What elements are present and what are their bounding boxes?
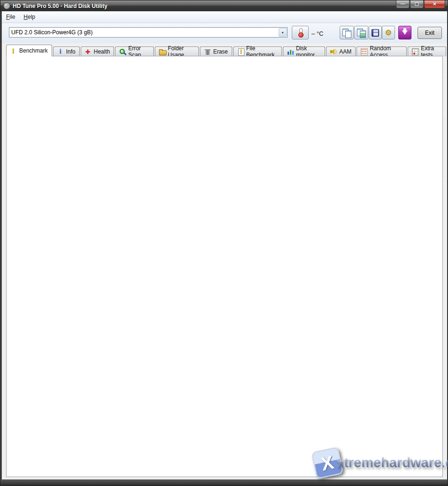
tab-file-benchmark[interactable]: File Benchmark [233,46,282,56]
copy-image-button[interactable] [354,26,368,39]
tab-bar: BenchmarkInfoHealthError ScanFolder Usag… [2,44,447,56]
gear-icon: ⚙ [385,29,392,37]
copy-image-icon [357,29,365,37]
chevron-down-icon[interactable]: ▼ [279,28,287,37]
app-icon [3,2,10,9]
capture-button[interactable] [398,26,411,39]
tab-disk-monitor[interactable]: Disk monitor [283,46,325,56]
minimize-button[interactable]: — [396,0,410,8]
client-area: FileHelp UFD 2.0 Silicon-Power4G (3 gB) … [2,11,447,480]
thermometer-icon [298,28,303,38]
tab-erase[interactable]: Erase [200,46,232,56]
tab-folder-usage[interactable]: Folder Usage [155,46,199,56]
random-access-icon [361,48,368,55]
benchmark-icon [10,47,17,54]
folder-usage-icon [159,48,166,55]
close-button[interactable]: ✕ [424,0,445,8]
aam-icon: ) [330,48,337,55]
down-arrow-icon [402,31,408,35]
extra-tests-icon [412,48,419,55]
disk-monitor-icon [287,48,294,55]
drive-select-value: UFD 2.0 Silicon-Power4G (3 gB) [9,29,279,36]
tab-random-access[interactable]: Random Access [357,46,407,56]
exit-button[interactable]: Exit [418,27,442,39]
tab-label: AAM [339,48,351,55]
save-button[interactable] [369,26,382,39]
app-window: HD Tune Pro 5.00 - Hard Disk Utility — ▢… [0,0,448,486]
options-button[interactable]: ⚙ [382,26,395,39]
file-benchmark-icon [237,48,244,55]
benchmark-tab-page [6,56,443,477]
tab-extra-tests[interactable]: Extra tests [408,46,446,56]
tab-aam[interactable]: )AAM [326,46,356,56]
menu-file[interactable]: File [2,12,19,22]
copy-text-button[interactable] [340,26,354,39]
tab-info[interactable]: Info [53,46,80,56]
error-scan-icon [119,48,126,55]
tab-label: Erase [213,48,228,55]
menu-help[interactable]: Help [19,12,39,22]
window-bottom-border [0,479,448,486]
toolbar: UFD 2.0 Silicon-Power4G (3 gB) ▼ – °C ⚙ [2,23,447,43]
tab-label: Health [94,48,110,55]
tab-label: Benchmark [19,47,48,54]
erase-icon [204,48,211,55]
save-icon [372,29,379,37]
temperature-value: – °C [311,30,323,37]
temperature-button[interactable] [292,26,309,39]
tab-error-scan[interactable]: Error Scan [115,46,153,56]
health-icon [85,48,92,55]
tab-benchmark[interactable]: Benchmark [6,45,52,56]
maximize-button[interactable]: ▢ [410,0,424,8]
menu-bar: FileHelp [2,11,447,23]
window-title: HD Tune Pro 5.00 - Hard Disk Utility [13,3,107,9]
drive-select-dropdown[interactable]: UFD 2.0 Silicon-Power4G (3 gB) ▼ [9,27,288,38]
info-icon [57,48,64,55]
tab-label: Info [66,48,76,55]
tab-health[interactable]: Health [81,46,114,56]
title-bar[interactable]: HD Tune Pro 5.00 - Hard Disk Utility — ▢… [0,0,448,11]
copy-text-icon [342,29,351,37]
